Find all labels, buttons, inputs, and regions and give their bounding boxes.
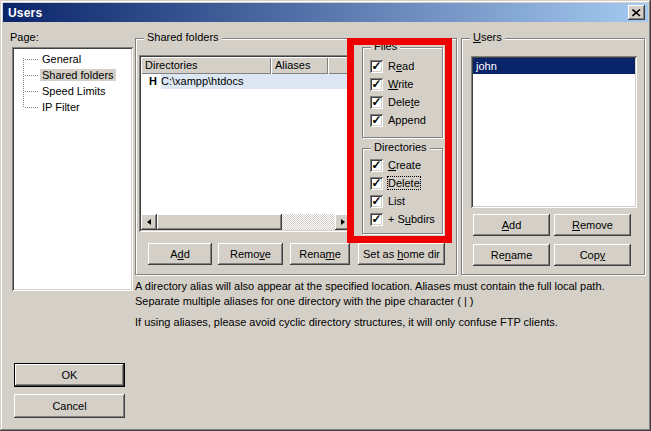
- add-user-button[interactable]: Add: [473, 214, 550, 236]
- checkmark-icon: ✓: [371, 115, 381, 125]
- users-dialog: { "window": { "title": "Users" }, "page_…: [0, 0, 651, 431]
- users-group-label: Users: [470, 31, 505, 44]
- page-tree: General Shared folders Speed Limits IP F…: [12, 47, 133, 291]
- button-label: Remove: [572, 219, 613, 231]
- checkmark-icon: ✓: [371, 214, 381, 224]
- checkbox-label[interactable]: Create: [388, 159, 421, 171]
- checkbox-files-write[interactable]: ✓ Write: [363, 75, 442, 93]
- button-label: Copy: [580, 249, 606, 261]
- directory-row[interactable]: H C:\xampp\htdocs: [141, 74, 351, 89]
- rename-user-button[interactable]: Rename: [473, 244, 550, 266]
- checkbox-box[interactable]: ✓: [370, 114, 383, 127]
- cancel-button[interactable]: Cancel: [14, 394, 125, 418]
- remove-user-button[interactable]: Remove: [554, 214, 631, 236]
- button-label: Set as home dir: [363, 248, 440, 260]
- scroll-right-icon: [341, 219, 348, 225]
- add-directory-button[interactable]: Add: [148, 243, 212, 265]
- directories-permissions-group: Directories ✓ Create ✓ Delete ✓ List ✓ +…: [362, 148, 443, 234]
- checkbox-box[interactable]: ✓: [370, 213, 383, 226]
- titlebar: Users: [3, 3, 648, 22]
- scrollbar-thumb[interactable]: [157, 214, 282, 230]
- checkbox-box[interactable]: ✓: [370, 96, 383, 109]
- checkbox-label[interactable]: + Subdirs: [388, 213, 435, 225]
- checkbox-dirs-list[interactable]: ✓ List: [363, 192, 442, 210]
- listview-header: Directories Aliases: [141, 57, 351, 74]
- checkbox-box[interactable]: ✓: [370, 78, 383, 91]
- button-label: Rename: [299, 248, 341, 260]
- checkbox-label[interactable]: Delete: [388, 177, 420, 189]
- checkmark-icon: ✓: [371, 79, 381, 89]
- checkmark-icon: ✓: [371, 97, 381, 107]
- checkbox-files-read[interactable]: ✓ Read: [363, 57, 442, 75]
- checkbox-box[interactable]: ✓: [370, 177, 383, 190]
- page-item-shared-folders[interactable]: Shared folders: [14, 67, 131, 83]
- alias-help-paragraph-1: A directory alias will also appear at th…: [135, 279, 640, 309]
- ok-button[interactable]: OK: [14, 363, 125, 387]
- page-item-ip-filter[interactable]: IP Filter: [14, 99, 131, 115]
- directories-group-label: Directories: [371, 141, 430, 154]
- remove-directory-button[interactable]: Remove: [218, 243, 283, 265]
- users-group: Users john Add Remove Rename Copy: [461, 38, 645, 275]
- checkbox-label[interactable]: Read: [388, 60, 414, 72]
- checkmark-icon: ✓: [371, 160, 381, 170]
- checkbox-label[interactable]: List: [388, 195, 405, 207]
- directory-path[interactable]: C:\xampp\htdocs: [161, 74, 351, 89]
- checkbox-label[interactable]: Append: [388, 114, 426, 126]
- checkmark-icon: ✓: [371, 178, 381, 188]
- listview-body: H C:\xampp\htdocs: [141, 74, 351, 214]
- copy-user-button[interactable]: Copy: [554, 244, 631, 266]
- button-label: Cancel: [52, 400, 86, 412]
- close-icon: [632, 7, 641, 19]
- page-item-speed-limits[interactable]: Speed Limits: [14, 83, 131, 99]
- scrollbar-track[interactable]: [282, 214, 335, 230]
- button-label: Remove: [230, 248, 271, 260]
- scroll-right-button[interactable]: [335, 214, 351, 230]
- page-item-general[interactable]: General: [14, 51, 131, 67]
- button-label: Add: [170, 248, 190, 260]
- column-header-directories[interactable]: Directories: [141, 57, 271, 74]
- checkbox-box[interactable]: ✓: [370, 195, 383, 208]
- horizontal-scrollbar[interactable]: [141, 214, 351, 230]
- column-header-aliases[interactable]: Aliases: [271, 57, 328, 74]
- page-label: Page:: [10, 31, 39, 43]
- checkbox-box[interactable]: ✓: [370, 60, 383, 73]
- alias-help-text: A directory alias will also appear at th…: [135, 279, 640, 336]
- button-label: Add: [502, 219, 522, 231]
- checkbox-dirs-subdirs[interactable]: ✓ + Subdirs: [363, 210, 442, 228]
- set-as-home-dir-button[interactable]: Set as home dir: [358, 243, 445, 265]
- files-permissions-group: Files ✓ Read ✓ Write ✓ Delete ✓ Append: [362, 47, 443, 138]
- alias-help-paragraph-2: If using aliases, please avoid cyclic di…: [135, 315, 640, 330]
- checkmark-icon: ✓: [371, 196, 381, 206]
- checkmark-icon: ✓: [371, 61, 381, 71]
- checkbox-label[interactable]: Delete: [388, 96, 420, 108]
- directories-listview: Directories Aliases H C:\xampp\htdocs: [139, 55, 353, 232]
- column-header-filler: [328, 57, 351, 74]
- checkbox-box[interactable]: ✓: [370, 159, 383, 172]
- rename-directory-button[interactable]: Rename: [290, 243, 350, 265]
- scroll-left-button[interactable]: [141, 214, 157, 230]
- files-group-label: Files: [371, 40, 400, 53]
- button-label: Rename: [491, 249, 533, 261]
- user-list-item[interactable]: john: [473, 58, 635, 74]
- home-directory-marker: H: [141, 74, 161, 89]
- users-list: john: [471, 56, 637, 208]
- scroll-left-icon: [144, 219, 151, 225]
- checkbox-label[interactable]: Write: [388, 78, 413, 90]
- checkbox-files-delete[interactable]: ✓ Delete: [363, 93, 442, 111]
- checkbox-dirs-create[interactable]: ✓ Create: [363, 156, 442, 174]
- checkbox-dirs-delete[interactable]: ✓ Delete: [363, 174, 442, 192]
- checkbox-files-append[interactable]: ✓ Append: [363, 111, 442, 129]
- window-title: Users: [3, 6, 42, 20]
- shared-folders-group-label: Shared folders: [144, 31, 222, 44]
- close-button[interactable]: [628, 5, 645, 20]
- button-label: OK: [62, 369, 78, 381]
